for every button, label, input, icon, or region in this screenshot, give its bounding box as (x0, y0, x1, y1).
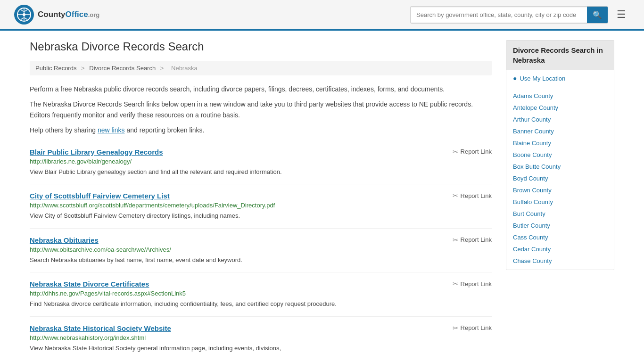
record-description: Find Nebraska divorce certificate inform… (30, 299, 492, 309)
desc3-post: and reporting broken links. (125, 126, 205, 134)
logo-icon (14, 5, 34, 25)
record-url[interactable]: http://www.obitsarchive.com/oa-search/we… (30, 246, 492, 253)
county-item[interactable]: Adams County (506, 90, 614, 102)
search-input[interactable] (411, 8, 587, 22)
report-icon: ✂ (453, 192, 458, 199)
logo-area: CountyOffice.org (14, 5, 99, 25)
page-title: Nebraska Divorce Records Search (30, 40, 492, 53)
record-item: Blair Public Library Genealogy Records ✂… (30, 140, 492, 185)
desc3-pre: Help others by sharing (30, 126, 98, 134)
site-header: CountyOffice.org 🔍 ☰ (0, 0, 644, 31)
county-item[interactable]: Banner County (506, 125, 614, 137)
county-item[interactable]: Cedar County (506, 243, 614, 255)
report-icon: ✂ (453, 280, 458, 288)
description-2: The Nebraska Divorce Records Search link… (30, 99, 492, 120)
county-item[interactable]: Burt County (506, 208, 614, 220)
county-item[interactable]: Boyd County (506, 173, 614, 184)
county-item[interactable]: Box Butte County (506, 161, 614, 173)
record-title[interactable]: Blair Public Library Genealogy Records (30, 148, 163, 156)
county-item[interactable]: Butler County (506, 220, 614, 231)
report-icon: ✂ (453, 148, 458, 156)
record-url[interactable]: http://libraries.ne.gov/blair/genealogy/ (30, 158, 492, 165)
record-description: Search Nebraska obituaries by last name,… (30, 255, 492, 265)
new-links-link[interactable]: new links (98, 126, 125, 134)
county-item[interactable]: Chase County (506, 255, 614, 267)
hamburger-menu-icon[interactable]: ☰ (613, 7, 630, 23)
report-link-button[interactable]: ✂ Report Link (453, 148, 492, 156)
record-description: View City of Scottsbluff Fairview Cemete… (30, 211, 492, 221)
location-icon: ● (513, 74, 517, 82)
report-link-button[interactable]: ✂ Report Link (453, 324, 492, 332)
breadcrumb-sep1: > (81, 65, 86, 72)
record-title[interactable]: Nebraska Obituaries (30, 236, 99, 244)
sidebar-box: Divorce Records Search in Nebraska ● Use… (506, 40, 614, 270)
header-right: 🔍 ☰ (410, 6, 630, 24)
record-item: Nebraska State Divorce Certificates ✂ Re… (30, 272, 492, 317)
record-description: View Blair Public Library genealogy sect… (30, 167, 492, 177)
county-item[interactable]: Boone County (506, 149, 614, 161)
county-item[interactable]: Buffalo County (506, 196, 614, 208)
record-url[interactable]: http://dhhs.ne.gov/Pages/vital-records.a… (30, 290, 492, 297)
breadcrumb-divorce-search[interactable]: Divorce Records Search (89, 65, 156, 72)
search-button[interactable]: 🔍 (587, 7, 608, 23)
record-header: Nebraska State Historical Society Websit… (30, 324, 492, 332)
report-link-button[interactable]: ✂ Report Link (453, 192, 492, 199)
county-item[interactable]: Arthur County (506, 114, 614, 125)
search-bar: 🔍 (410, 6, 608, 24)
report-link-button[interactable]: ✂ Report Link (453, 236, 492, 244)
report-link-button[interactable]: ✂ Report Link (453, 280, 492, 288)
record-item: Nebraska State Historical Society Websit… (30, 317, 492, 361)
county-list: Adams CountyAntelope CountyArthur County… (506, 87, 614, 270)
main-container: Nebraska Divorce Records Search Public R… (16, 31, 628, 362)
breadcrumb-nebraska: Nebraska (171, 65, 198, 72)
sidebar: Divorce Records Search in Nebraska ● Use… (506, 40, 614, 360)
record-url[interactable]: http://www.nebraskahistory.org/index.sht… (30, 334, 492, 341)
county-item[interactable]: Cass County (506, 231, 614, 243)
sidebar-title: Divorce Records Search in Nebraska (506, 41, 614, 70)
record-header: City of Scottsbluff Fairview Cemetery Li… (30, 192, 492, 200)
record-description: View Nebraska State Historical Society g… (30, 344, 492, 353)
record-item: City of Scottsbluff Fairview Cemetery Li… (30, 184, 492, 229)
records-list: Blair Public Library Genealogy Records ✂… (30, 140, 492, 361)
svg-point-4 (23, 13, 25, 16)
record-header: Nebraska Obituaries ✂ Report Link (30, 236, 492, 244)
breadcrumb-public-records[interactable]: Public Records (35, 65, 76, 72)
breadcrumb: Public Records > Divorce Records Search … (30, 61, 492, 75)
record-title[interactable]: City of Scottsbluff Fairview Cemetery Li… (30, 192, 170, 200)
logo-text: CountyOffice.org (38, 10, 99, 19)
breadcrumb-sep2: > (160, 65, 165, 72)
record-item: Nebraska Obituaries ✂ Report Link http:/… (30, 229, 492, 273)
report-icon: ✂ (453, 236, 458, 244)
record-header: Blair Public Library Genealogy Records ✂… (30, 148, 492, 156)
county-item[interactable]: Blaine County (506, 137, 614, 149)
report-icon: ✂ (453, 324, 458, 332)
content-area: Nebraska Divorce Records Search Public R… (30, 40, 492, 360)
use-location-label: Use My Location (520, 75, 565, 82)
description-1: Perform a free Nebraska public divorce r… (30, 84, 492, 94)
county-item[interactable]: Brown County (506, 184, 614, 196)
record-header: Nebraska State Divorce Certificates ✂ Re… (30, 280, 492, 288)
record-url[interactable]: http://www.scottsbluff.org/scottsbluff/d… (30, 202, 492, 209)
record-title[interactable]: Nebraska State Divorce Certificates (30, 280, 149, 288)
county-item[interactable]: Antelope County (506, 102, 614, 114)
use-location-button[interactable]: ● Use My Location (506, 70, 614, 87)
description-3: Help others by sharing new links and rep… (30, 125, 492, 135)
record-title[interactable]: Nebraska State Historical Society Websit… (30, 324, 171, 332)
